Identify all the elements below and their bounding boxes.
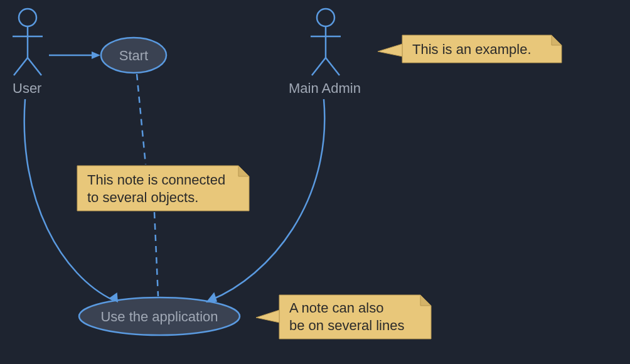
svg-line-17 bbox=[154, 212, 158, 296]
svg-marker-13 bbox=[92, 51, 100, 59]
svg-line-3 bbox=[14, 58, 28, 75]
svg-line-4 bbox=[28, 58, 41, 75]
svg-line-8 bbox=[312, 58, 326, 75]
uml-diagram: User Main Admin Start Use the applicatio… bbox=[0, 0, 630, 364]
note-multiline: A note can also be on several lines bbox=[256, 295, 431, 339]
actor-admin: Main Admin bbox=[289, 9, 361, 96]
svg-point-0 bbox=[19, 9, 36, 26]
usecase-use-app-label: Use the application bbox=[100, 309, 218, 324]
note-connected: This note is connected to several object… bbox=[77, 166, 249, 211]
actor-user-label: User bbox=[13, 80, 41, 96]
link-note-to-useapp bbox=[154, 212, 158, 296]
note-example: This is an example. bbox=[378, 35, 562, 63]
usecase-start-label: Start bbox=[119, 48, 148, 63]
note-multiline-line1: A note can also bbox=[289, 300, 383, 316]
note-connected-line1: This note is connected bbox=[87, 172, 225, 188]
svg-line-16 bbox=[137, 74, 146, 164]
actor-user: User bbox=[13, 9, 43, 96]
actor-admin-label: Main Admin bbox=[289, 80, 361, 96]
note-multiline-line2: be on several lines bbox=[289, 318, 404, 333]
svg-point-5 bbox=[317, 9, 334, 26]
note-connected-line2: to several objects. bbox=[87, 190, 198, 205]
usecase-start: Start bbox=[101, 38, 166, 73]
link-user-to-start bbox=[49, 51, 100, 59]
note-example-line1: This is an example. bbox=[412, 41, 531, 57]
usecase-use-app: Use the application bbox=[79, 297, 240, 335]
svg-line-9 bbox=[326, 58, 339, 75]
link-start-to-note bbox=[137, 74, 146, 164]
